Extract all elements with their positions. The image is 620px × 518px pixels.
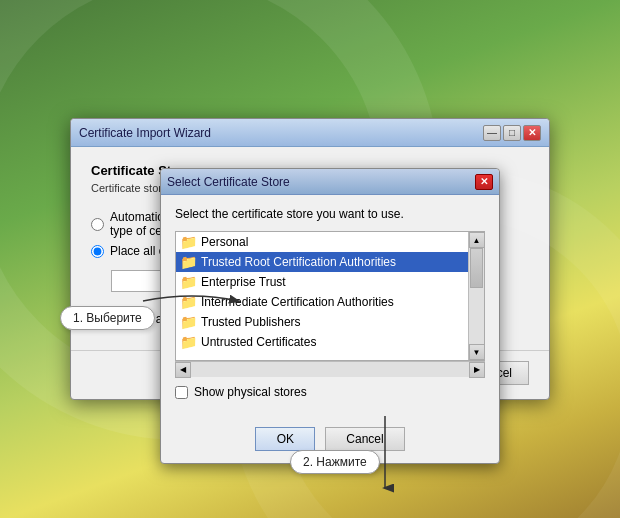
annotation-1-label: 1. Выберите — [60, 306, 155, 330]
wizard-close-button[interactable]: ✕ — [523, 125, 541, 141]
cert-store-untrusted[interactable]: 📁 Untrusted Certificates — [176, 332, 468, 352]
dialog-instruction: Select the certificate store you want to… — [175, 207, 485, 221]
scroll-right-arrow[interactable]: ▶ — [469, 362, 485, 378]
ok-button[interactable]: OK — [255, 427, 315, 451]
scroll-thumb[interactable] — [470, 248, 483, 288]
wizard-minimize-button[interactable]: — — [483, 125, 501, 141]
cert-store-untrusted-label: Untrusted Certificates — [201, 335, 316, 349]
wizard-maximize-button[interactable]: □ — [503, 125, 521, 141]
cert-store-intermediate[interactable]: 📁 Intermediate Certification Authorities — [176, 292, 468, 312]
cert-store-enterprise[interactable]: 📁 Enterprise Trust — [176, 272, 468, 292]
show-physical-stores-label: Show physical stores — [194, 385, 307, 399]
dialog-titlebar: Select Certificate Store ✕ — [161, 169, 499, 195]
folder-icon-trusted-root: 📁 — [180, 254, 197, 270]
cert-store-trusted-pub-label: Trusted Publishers — [201, 315, 301, 329]
cert-store-trusted-root[interactable]: 📁 Trusted Root Certification Authorities — [176, 252, 468, 272]
annotation-2-label: 2. Нажмите — [290, 450, 380, 474]
folder-icon-intermediate: 📁 — [180, 294, 197, 310]
cert-list: 📁 Personal 📁 Trusted Root Certification … — [176, 232, 468, 360]
annotation-1: 1. Выберите — [60, 306, 155, 330]
wizard-titlebar: Certificate Import Wizard — □ ✕ — [71, 119, 549, 147]
select-store-dialog: Select Certificate Store ✕ Select the ce… — [160, 168, 500, 464]
scroll-track — [469, 248, 484, 344]
cert-store-intermediate-label: Intermediate Certification Authorities — [201, 295, 394, 309]
dialog-content: Select the certificate store you want to… — [161, 195, 499, 419]
scroll-up-arrow[interactable]: ▲ — [469, 232, 485, 248]
annotation-2: 2. Нажмите — [290, 450, 380, 474]
folder-icon-trusted-pub: 📁 — [180, 314, 197, 330]
cert-store-trusted-root-label: Trusted Root Certification Authorities — [201, 255, 396, 269]
show-physical-stores-area: Show physical stores — [175, 385, 485, 399]
cert-store-trusted-pub[interactable]: 📁 Trusted Publishers — [176, 312, 468, 332]
wizard-titlebar-controls: — □ ✕ — [483, 125, 541, 141]
folder-icon-untrusted: 📁 — [180, 334, 197, 350]
radio-auto-input[interactable] — [91, 218, 104, 231]
horizontal-scrollbar[interactable]: ◀ ▶ — [175, 361, 485, 377]
cert-store-personal-label: Personal — [201, 235, 248, 249]
radio-manual-input[interactable] — [91, 245, 104, 258]
cert-store-personal[interactable]: 📁 Personal — [176, 232, 468, 252]
folder-icon-personal: 📁 — [180, 234, 197, 250]
vertical-scrollbar[interactable]: ▲ ▼ — [468, 232, 484, 360]
scroll-down-arrow[interactable]: ▼ — [469, 344, 485, 360]
horiz-scroll-track — [191, 362, 469, 377]
scroll-left-arrow[interactable]: ◀ — [175, 362, 191, 378]
dialog-close-button[interactable]: ✕ — [475, 174, 493, 190]
show-physical-stores-checkbox[interactable] — [175, 386, 188, 399]
dialog-title: Select Certificate Store — [167, 175, 290, 189]
cert-store-enterprise-label: Enterprise Trust — [201, 275, 286, 289]
wizard-title: Certificate Import Wizard — [79, 126, 211, 140]
dialog-cancel-button[interactable]: Cancel — [325, 427, 404, 451]
cert-list-container: 📁 Personal 📁 Trusted Root Certification … — [175, 231, 485, 361]
folder-icon-enterprise: 📁 — [180, 274, 197, 290]
